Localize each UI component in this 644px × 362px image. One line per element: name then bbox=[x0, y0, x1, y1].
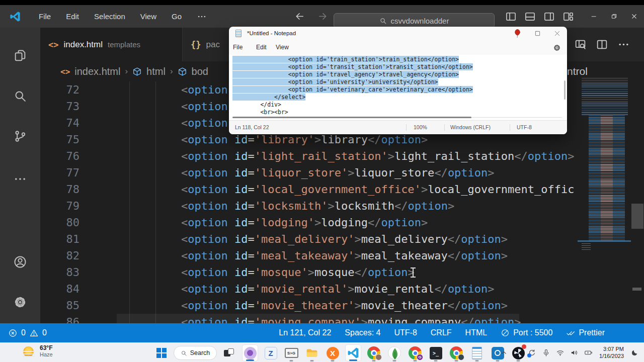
taskbar-app-chrome-profile-3[interactable] bbox=[448, 344, 464, 361]
notepad-menu-file[interactable]: File bbox=[233, 40, 243, 55]
microphone-icon[interactable] bbox=[542, 348, 550, 357]
notepad-menu-edit[interactable]: Edit bbox=[256, 40, 267, 55]
chevron-up-icon[interactable] bbox=[500, 348, 508, 357]
taskbar-app-task-view[interactable] bbox=[221, 344, 237, 361]
volume-icon[interactable] bbox=[570, 348, 579, 357]
code-line-78[interactable]: 78<option id='local_government_office'>l… bbox=[40, 181, 644, 198]
running-indicator bbox=[455, 360, 458, 361]
activity-explorer-icon[interactable] bbox=[0, 43, 40, 69]
back-arrow-icon[interactable] bbox=[294, 11, 305, 22]
restore-button[interactable] bbox=[604, 5, 624, 28]
code-line-86[interactable]: 86<option id='moving_company'>moving_com… bbox=[40, 314, 644, 323]
code-line-82[interactable]: 82<option id='meal_takeaway'>meal_takeaw… bbox=[40, 247, 644, 264]
open-preview-icon[interactable] bbox=[574, 38, 587, 51]
breadcrumb-file[interactable]: index.html bbox=[74, 66, 120, 77]
menubar-more-icon[interactable] bbox=[189, 12, 206, 22]
taskbar-app-chat[interactable] bbox=[242, 344, 258, 361]
more-actions-icon[interactable] bbox=[617, 38, 630, 51]
line-number: 83 bbox=[40, 264, 79, 281]
wifi-icon[interactable] bbox=[556, 348, 565, 357]
activity-source-control-icon[interactable] bbox=[0, 123, 40, 149]
close-button[interactable] bbox=[624, 5, 644, 28]
code-line-79[interactable]: 79<option id='locksmith'>locksmith</opti… bbox=[40, 198, 644, 214]
layout-panel-icon[interactable] bbox=[524, 11, 536, 22]
notepad-text-area[interactable]: <option id='train_station'>train_station… bbox=[229, 55, 567, 116]
notification-badge bbox=[522, 344, 526, 349]
sync-icon[interactable] bbox=[528, 348, 536, 357]
taskbar-app-app-z[interactable]: Z bbox=[263, 344, 279, 361]
start-button[interactable] bbox=[154, 345, 169, 361]
taskbar-app-notepad[interactable] bbox=[469, 344, 485, 361]
breadcrumb-segment-html[interactable]: html bbox=[146, 66, 166, 77]
eol-sequence[interactable]: CRLF bbox=[431, 328, 452, 337]
menu-view[interactable]: View bbox=[133, 5, 164, 28]
notepad-horizontal-scrollbar[interactable] bbox=[229, 116, 567, 120]
moon-icon[interactable] bbox=[630, 348, 639, 357]
minimize-button[interactable] bbox=[584, 5, 604, 28]
menu-file[interactable]: File bbox=[31, 5, 58, 28]
command-center-search[interactable]: csvvdownloadder bbox=[334, 13, 495, 28]
line-number: 77 bbox=[40, 164, 79, 181]
scrollbar-thumb[interactable] bbox=[631, 204, 643, 229]
activity-bar bbox=[0, 28, 40, 323]
notepad-zoom-level[interactable]: 100% bbox=[414, 121, 427, 134]
taskbar-app-chrome-profile-1[interactable] bbox=[366, 344, 382, 361]
code-line-85[interactable]: 85<option id='movie_theater'>movie_theat… bbox=[40, 297, 644, 314]
activity-settings-icon[interactable] bbox=[0, 289, 40, 315]
notepad-vertical-scrollbar-thumb[interactable] bbox=[564, 80, 566, 100]
layout-sidebar-right-icon[interactable] bbox=[543, 11, 555, 22]
taskbar-app-terminal[interactable]: >_ bbox=[428, 344, 444, 361]
notepad-titlebar[interactable]: *Untitled - Notepad bbox=[229, 27, 567, 40]
notepad-settings-gear-icon[interactable] bbox=[553, 44, 561, 52]
menu-go[interactable]: Go bbox=[164, 5, 189, 28]
indentation[interactable]: Spaces: 4 bbox=[345, 328, 380, 337]
activity-search-icon[interactable] bbox=[0, 83, 40, 109]
encoding[interactable]: UTF-8 bbox=[394, 328, 417, 337]
split-editor-icon[interactable] bbox=[596, 38, 608, 51]
taskbar-app-screentogif[interactable]: S>G bbox=[283, 344, 299, 361]
notepad-line-ending[interactable]: Windows (CRLF) bbox=[450, 121, 491, 134]
taskbar-app-vscode[interactable] bbox=[345, 344, 361, 361]
notepad-minimize-balloon-icon[interactable] bbox=[509, 27, 526, 40]
line-number: 73 bbox=[40, 98, 79, 115]
forward-arrow-icon[interactable] bbox=[317, 11, 329, 22]
tab-index-html[interactable]: <> index.html templates bbox=[40, 28, 182, 61]
code-line-76[interactable]: 76<option id='light_rail_station'>light_… bbox=[40, 148, 644, 164]
breadcrumb-segment-body[interactable]: bod bbox=[192, 66, 208, 77]
activity-account-icon[interactable] bbox=[0, 249, 40, 275]
notepad-maximize-button[interactable] bbox=[529, 27, 546, 40]
menu-selection[interactable]: Selection bbox=[87, 5, 133, 28]
taskbar-app-mongodb[interactable] bbox=[386, 344, 403, 361]
taskbar-app-file-explorer[interactable] bbox=[304, 344, 320, 361]
code-line-84[interactable]: 84<option id='movie_rental'>movie_rental… bbox=[40, 281, 644, 297]
minimap[interactable] bbox=[578, 70, 631, 323]
taskbar-search[interactable]: Search bbox=[174, 346, 217, 360]
notepad-encoding[interactable]: UTF-8 bbox=[517, 121, 532, 134]
activity-more-icon[interactable] bbox=[0, 166, 40, 192]
code-line-80[interactable]: 80<option id='lodging'>lodging</option> bbox=[40, 214, 644, 231]
notepad-close-button[interactable] bbox=[548, 27, 566, 40]
weather-widget[interactable]: 63°F Haze bbox=[22, 344, 53, 358]
battery-charging-icon[interactable] bbox=[584, 348, 593, 357]
notepad-window[interactable]: *Untitled - Notepad FileEditView <option… bbox=[229, 27, 567, 134]
taskbar-app-chrome-profile-2[interactable]: G bbox=[407, 344, 423, 361]
menu-edit[interactable]: Edit bbox=[58, 5, 87, 28]
code-line-81[interactable]: 81<option id='meal_delivery'>meal_delive… bbox=[40, 231, 644, 247]
taskbar-app-xampp[interactable]: X bbox=[325, 344, 341, 361]
layout-sidebar-icon[interactable] bbox=[505, 11, 517, 22]
error-count[interactable]: 0 bbox=[21, 328, 26, 337]
prettier-status[interactable]: Prettier bbox=[566, 328, 605, 337]
language-mode[interactable]: HTML bbox=[465, 328, 488, 337]
live-server-port[interactable]: Port : 5500 bbox=[501, 328, 552, 337]
taskbar-clock[interactable]: 3:07 PM 1/16/2023 bbox=[599, 346, 624, 359]
notepad-menu-view[interactable]: View bbox=[276, 40, 289, 55]
editor-scrollbar[interactable] bbox=[631, 70, 644, 323]
warning-count[interactable]: 0 bbox=[42, 328, 47, 337]
code-line-77[interactable]: 77<option id='liquor_store'>liquor_store… bbox=[40, 164, 644, 181]
obs-mini-icon[interactable] bbox=[514, 348, 522, 357]
minimap-code-strings bbox=[601, 116, 613, 241]
scrollbar-thumb[interactable] bbox=[232, 117, 471, 118]
cursor-position[interactable]: Ln 121, Col 22 bbox=[279, 328, 331, 337]
code-line-83[interactable]: 83<option id='mosque'>mosque</option> bbox=[40, 264, 644, 281]
layout-customize-icon[interactable] bbox=[562, 11, 574, 22]
